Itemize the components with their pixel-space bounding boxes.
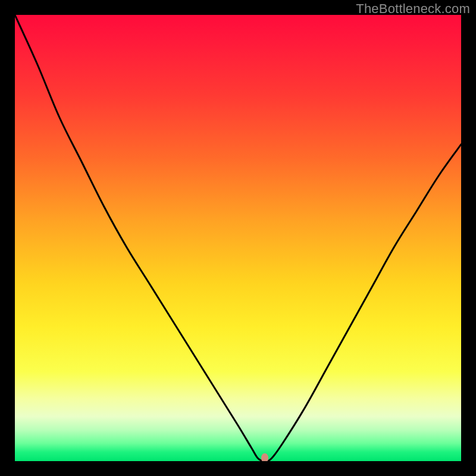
chart-frame: TheBottleneck.com xyxy=(0,0,476,476)
plot-area xyxy=(15,15,461,461)
bottleneck-curve xyxy=(15,15,461,461)
minimum-marker xyxy=(261,453,268,461)
curve-path xyxy=(15,15,461,461)
